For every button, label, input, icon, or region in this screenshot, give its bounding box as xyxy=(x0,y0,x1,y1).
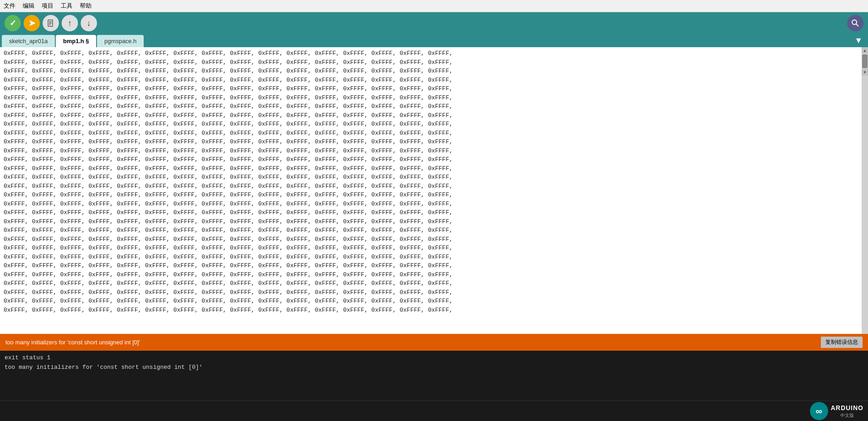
code-line: 0xFFFF, 0xFFFF, 0xFFFF, 0xFFFF, 0xFFFF, … xyxy=(4,93,858,103)
menu-file[interactable]: 文件 xyxy=(4,2,15,10)
code-line: 0xFFFF, 0xFFFF, 0xFFFF, 0xFFFF, 0xFFFF, … xyxy=(4,164,858,173)
code-line: 0xFFFF, 0xFFFF, 0xFFFF, 0xFFFF, 0xFFFF, … xyxy=(4,102,858,111)
code-line: 0xFFFF, 0xFFFF, 0xFFFF, 0xFFFF, 0xFFFF, … xyxy=(4,120,858,129)
code-line: 0xFFFF, 0xFFFF, 0xFFFF, 0xFFFF, 0xFFFF, … xyxy=(4,84,858,93)
search-button[interactable] xyxy=(847,15,863,31)
arduino-sub: 中文版 xyxy=(831,412,863,418)
vertical-scrollbar[interactable]: ▲ ▼ xyxy=(862,47,868,334)
menu-edit[interactable]: 编辑 xyxy=(23,2,34,10)
code-line: 0xFFFF, 0xFFFF, 0xFFFF, 0xFFFF, 0xFFFF, … xyxy=(4,58,858,67)
code-line: 0xFFFF, 0xFFFF, 0xFFFF, 0xFFFF, 0xFFFF, … xyxy=(4,261,858,270)
svg-point-4 xyxy=(852,20,857,24)
code-line: 0xFFFF, 0xFFFF, 0xFFFF, 0xFFFF, 0xFFFF, … xyxy=(4,253,858,262)
code-line: 0xFFFF, 0xFFFF, 0xFFFF, 0xFFFF, 0xFFFF, … xyxy=(4,288,858,297)
tab-pgmspace[interactable]: pgmspace.h xyxy=(97,35,144,47)
code-line: 0xFFFF, 0xFFFF, 0xFFFF, 0xFFFF, 0xFFFF, … xyxy=(4,200,858,209)
console-area[interactable]: exit status 1 too many initializers for … xyxy=(0,351,868,401)
error-message: too many initializers for 'const short u… xyxy=(5,339,140,346)
scroll-thumb[interactable] xyxy=(862,54,868,68)
new-button[interactable] xyxy=(43,15,59,31)
code-line: 0xFFFF, 0xFFFF, 0xFFFF, 0xFFFF, 0xFFFF, … xyxy=(4,208,858,217)
tab-sketch[interactable]: sketch_apr01a xyxy=(2,35,55,47)
upload-button[interactable]: ➤ xyxy=(24,15,40,31)
code-line: 0xFFFF, 0xFFFF, 0xFFFF, 0xFFFF, 0xFFFF, … xyxy=(4,111,858,120)
code-line: 0xFFFF, 0xFFFF, 0xFFFF, 0xFFFF, 0xFFFF, … xyxy=(4,244,858,253)
code-line: 0xFFFF, 0xFFFF, 0xFFFF, 0xFFFF, 0xFFFF, … xyxy=(4,191,858,200)
arduino-brand: ARDUINO xyxy=(831,404,863,412)
code-line: 0xFFFF, 0xFFFF, 0xFFFF, 0xFFFF, 0xFFFF, … xyxy=(4,217,858,226)
arduino-text: ARDUINO 中文版 xyxy=(831,404,863,418)
code-line: 0xFFFF, 0xFFFF, 0xFFFF, 0xFFFF, 0xFFFF, … xyxy=(4,76,858,85)
code-line: 0xFFFF, 0xFFFF, 0xFFFF, 0xFFFF, 0xFFFF, … xyxy=(4,306,858,315)
arduino-logo: ∞ ARDUINO 中文版 xyxy=(810,402,863,420)
console-line-1: exit status 1 xyxy=(5,353,863,363)
editor-content[interactable]: 0xFFFF, 0xFFFF, 0xFFFF, 0xFFFF, 0xFFFF, … xyxy=(0,47,862,334)
code-line: 0xFFFF, 0xFFFF, 0xFFFF, 0xFFFF, 0xFFFF, … xyxy=(4,137,858,147)
menu-project[interactable]: 项目 xyxy=(42,2,53,10)
save-button[interactable]: ↓ xyxy=(81,15,97,31)
tab-bmp1h[interactable]: bmp1.h § xyxy=(56,35,96,47)
menu-tools[interactable]: 工具 xyxy=(61,2,73,10)
code-line: 0xFFFF, 0xFFFF, 0xFFFF, 0xFFFF, 0xFFFF, … xyxy=(4,182,858,191)
code-line: 0xFFFF, 0xFFFF, 0xFFFF, 0xFFFF, 0xFFFF, … xyxy=(4,226,858,235)
menu-help[interactable]: 帮助 xyxy=(80,2,92,10)
code-line: 0xFFFF, 0xFFFF, 0xFFFF, 0xFFFF, 0xFFFF, … xyxy=(4,173,858,182)
error-bar: too many initializers for 'const short u… xyxy=(0,334,868,351)
scroll-down-button[interactable]: ▼ xyxy=(862,69,868,75)
editor-container: 0xFFFF, 0xFFFF, 0xFFFF, 0xFFFF, 0xFFFF, … xyxy=(0,47,868,334)
toolbar: ✓ ➤ ↑ ↓ xyxy=(0,12,868,34)
code-line: 0xFFFF, 0xFFFF, 0xFFFF, 0xFFFF, 0xFFFF, … xyxy=(4,270,858,279)
svg-line-5 xyxy=(856,24,858,26)
code-line: 0xFFFF, 0xFFFF, 0xFFFF, 0xFFFF, 0xFFFF, … xyxy=(4,49,858,58)
arduino-symbol: ∞ xyxy=(810,402,828,420)
verify-button[interactable]: ✓ xyxy=(5,15,21,31)
console-line-2: too many initializers for 'const short u… xyxy=(5,363,863,372)
tabs-bar: sketch_apr01a bmp1.h § pgmspace.h ▼ xyxy=(0,34,868,47)
code-line: 0xFFFF, 0xFFFF, 0xFFFF, 0xFFFF, 0xFFFF, … xyxy=(4,155,858,164)
code-line: 0xFFFF, 0xFFFF, 0xFFFF, 0xFFFF, 0xFFFF, … xyxy=(4,67,858,76)
tabs-dropdown-button[interactable]: ▼ xyxy=(851,34,866,47)
copy-error-button[interactable]: 复制错误信息 xyxy=(821,337,863,348)
status-bar: ∞ ARDUINO 中文版 xyxy=(0,401,868,421)
code-line: 0xFFFF, 0xFFFF, 0xFFFF, 0xFFFF, 0xFFFF, … xyxy=(4,297,858,306)
scroll-up-button[interactable]: ▲ xyxy=(862,47,868,54)
menu-bar: 文件 编辑 项目 工具 帮助 xyxy=(0,0,868,12)
code-line: 0xFFFF, 0xFFFF, 0xFFFF, 0xFFFF, 0xFFFF, … xyxy=(4,147,858,156)
code-line: 0xFFFF, 0xFFFF, 0xFFFF, 0xFFFF, 0xFFFF, … xyxy=(4,235,858,244)
open-button[interactable]: ↑ xyxy=(62,15,78,31)
code-line: 0xFFFF, 0xFFFF, 0xFFFF, 0xFFFF, 0xFFFF, … xyxy=(4,129,858,138)
code-line: 0xFFFF, 0xFFFF, 0xFFFF, 0xFFFF, 0xFFFF, … xyxy=(4,279,858,288)
